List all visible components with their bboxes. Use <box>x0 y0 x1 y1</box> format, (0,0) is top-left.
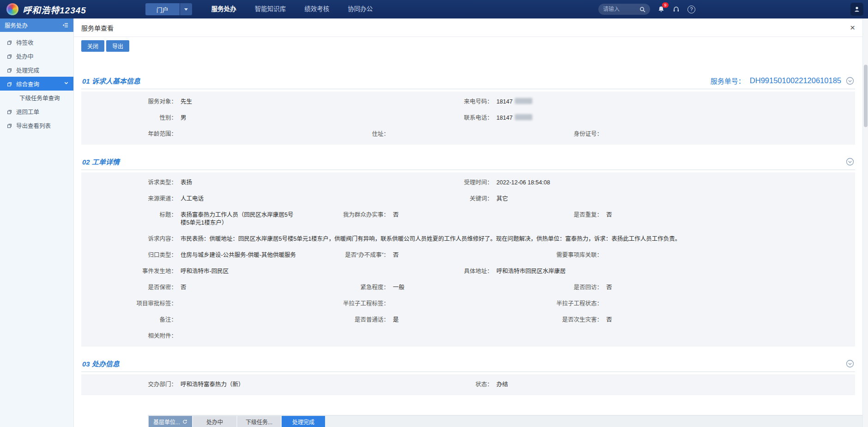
nav-item-performance[interactable]: 绩效考核 <box>304 0 329 18</box>
field-label: 是否回访： <box>549 284 606 292</box>
field-value: 其它 <box>496 195 508 203</box>
headset-icon[interactable] <box>672 6 680 13</box>
field-label: 受理时间： <box>441 179 496 187</box>
field-value: 否 <box>606 316 612 324</box>
field-label: 紧急程度： <box>337 284 393 292</box>
field-label: 来源渠道： <box>81 195 181 203</box>
search-icon[interactable] <box>639 6 645 12</box>
page-header: 服务单查看 × <box>74 18 862 37</box>
doc-icon <box>6 122 12 128</box>
field-row: 是否保密：否 紧急程度：一般 是否回访：否 <box>81 280 855 296</box>
field-label: 关键词： <box>441 195 496 203</box>
field-value: 表扬 <box>181 179 192 187</box>
field-label: 标题： <box>81 211 181 219</box>
field-row: 服务对象：先生 来电号码：18147 <box>81 94 855 110</box>
sidebar-item-subordinate-task-query[interactable]: 下级任务单查询 <box>0 91 73 104</box>
toolbar: 关闭 导出 <box>74 37 862 55</box>
redacted-digits <box>515 98 532 104</box>
field-value: 一般 <box>393 284 404 292</box>
sidebar-item-completed[interactable]: 处理完成 <box>0 63 73 77</box>
nav-item-collaboration[interactable]: 协同办公 <box>348 0 373 18</box>
export-button[interactable]: 导出 <box>106 40 129 52</box>
redacted-digits <box>515 114 532 120</box>
notifications-bell-icon[interactable]: 9 <box>657 6 665 13</box>
collapse-chevron-icon[interactable] <box>846 77 854 85</box>
doc-icon <box>6 39 12 45</box>
nav-item-knowledge[interactable]: 智能知识库 <box>255 0 286 18</box>
tab-base-units[interactable]: 基层单位... <box>149 416 192 427</box>
field-label: 年龄范围： <box>81 130 181 138</box>
field-label: 是否保密： <box>81 284 181 292</box>
form-content: 01 诉求人基本信息 服务单号： DH9915010022120610185 服… <box>74 71 862 415</box>
field-row: 年龄范围： 住址： 身份证号： <box>81 126 855 142</box>
field-label: 项目审批标签： <box>81 300 181 308</box>
field-row: 标题：表扬富泰热力工作人员（回民区水岸康居5号楼5单元1楼东户） 我为群众办实事… <box>81 207 855 231</box>
field-label: 相关附件： <box>81 332 181 340</box>
field-label: 是否重复： <box>549 211 606 219</box>
field-value: 否 <box>606 211 612 219</box>
nav-item-service[interactable]: 服务处办 <box>211 0 236 18</box>
doc-icon <box>6 81 12 87</box>
topbar: 呼和浩特12345 门户 服务处办 智能知识库 绩效考核 协同办公 9 <box>0 0 868 18</box>
close-button[interactable]: 关闭 <box>81 40 104 52</box>
tab-subordinate-tasks[interactable]: 下级任务... <box>237 416 281 427</box>
field-value: 否 <box>181 284 187 292</box>
portal-button[interactable]: 门户 <box>145 3 180 15</box>
collapse-chevron-icon[interactable] <box>846 360 854 368</box>
field-value: 办结 <box>496 381 508 389</box>
field-label: 服务对象： <box>81 98 181 106</box>
portal-menu: 门户 <box>145 3 192 15</box>
sidebar-item-returned-orders[interactable]: 退回工单 <box>0 104 73 118</box>
user-profile-icon[interactable] <box>850 3 863 16</box>
portal-dropdown-button[interactable] <box>180 3 192 15</box>
section-03-panel: 交办部门：呼和浩特富泰热力（新） 状态：办结 <box>81 374 855 395</box>
service-no-value: DH9915010022120610185 <box>750 76 841 85</box>
field-value: 否 <box>393 251 399 259</box>
field-value: 人工电话 <box>181 195 204 203</box>
field-value: 市民表扬：供暖地址：回民区水岸康居5号楼5单元1楼东户，供暖阀门有异响，联系供暖… <box>181 235 694 243</box>
sidebar-item-processing[interactable]: 处办中 <box>0 49 73 63</box>
field-row: 诉求内容：市民表扬：供暖地址：回民区水岸康居5号楼5单元1楼东户，供暖阀门有异响… <box>81 231 855 247</box>
field-label: 备注： <box>81 316 181 324</box>
logo-text: 呼和浩特12345 <box>23 3 86 16</box>
chevron-down-icon <box>64 80 69 87</box>
field-row: 相关附件： <box>81 328 855 344</box>
vertical-scrollbar-thumb[interactable] <box>864 65 868 127</box>
field-label: 半拉子工程状态： <box>549 300 606 308</box>
field-label: 性别： <box>81 114 181 122</box>
field-label: 事件发生地： <box>81 268 181 275</box>
field-label: 状态： <box>441 381 496 389</box>
doc-icon <box>6 53 12 59</box>
tab-completed[interactable]: 处理完成 <box>282 416 325 427</box>
field-value: 2022-12-06 18:54:08 <box>496 179 550 187</box>
field-label: 需要事项库关联： <box>549 251 606 259</box>
search-input[interactable] <box>603 6 639 12</box>
collapse-menu-icon[interactable] <box>62 22 69 29</box>
field-label: 交办部门： <box>81 381 181 389</box>
field-value: 先生 <box>181 98 192 106</box>
sidebar-title: 服务处办 <box>5 21 28 30</box>
main-panel: 服务单查看 × 关闭 导出 01 诉求人基本信息 服务单号： DH9915010… <box>74 18 862 427</box>
sidebar-item-comprehensive-query[interactable]: 综合查询 <box>0 77 73 91</box>
section-02-panel: 诉求类型：表扬 受理时间：2022-12-06 18:54:08 来源渠道：人工… <box>81 172 855 347</box>
tab-processing[interactable]: 处办中 <box>193 416 236 427</box>
section-01-panel: 服务对象：先生 来电号码：18147 性别：男 联系电话：18147 年龄范围：… <box>81 92 855 145</box>
field-label: 身份证号： <box>549 130 606 138</box>
help-icon[interactable]: ? <box>687 6 695 13</box>
field-value: 否 <box>606 284 612 292</box>
field-row: 备注： 是否普通话：是 是否次生灾害：否 <box>81 312 855 328</box>
sidebar-item-pending-sign[interactable]: 待签收 <box>0 35 73 49</box>
field-row: 归口类型：住房与城乡建设-公共服务-供暖-其他供暖服务 是否“办不成事”：否 需… <box>81 247 855 263</box>
refresh-icon <box>182 419 187 424</box>
caret-down-icon <box>184 8 188 11</box>
field-label: 联系电话： <box>441 114 496 122</box>
field-value: 住房与城乡建设-公共服务-供暖-其他供暖服务 <box>181 251 296 259</box>
close-icon[interactable]: × <box>850 23 855 32</box>
app-logo: 呼和浩特12345 <box>6 3 86 16</box>
page-title: 服务单查看 <box>81 23 114 32</box>
collapse-chevron-icon[interactable] <box>846 158 854 166</box>
sidebar-item-export-list[interactable]: 导出查看列表 <box>0 118 73 132</box>
field-label: 我为群众办实事： <box>337 211 393 219</box>
top-navigation: 服务处办 智能知识库 绩效考核 协同办公 <box>211 0 373 18</box>
section-03-header: 03 处办信息 <box>81 354 855 372</box>
